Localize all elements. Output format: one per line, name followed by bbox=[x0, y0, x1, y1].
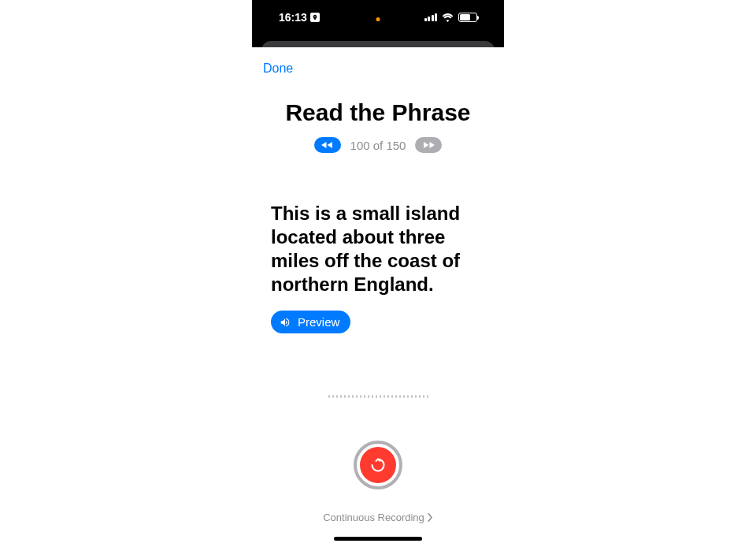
previous-phrase-button[interactable] bbox=[314, 137, 341, 153]
cellular-icon bbox=[424, 13, 438, 21]
location-icon bbox=[310, 13, 320, 22]
status-left: 16:13 bbox=[279, 11, 320, 24]
status-time: 16:13 bbox=[279, 11, 307, 24]
background-sheet-peek bbox=[252, 38, 504, 47]
rewind-icon bbox=[321, 141, 334, 149]
record-button-inner bbox=[360, 447, 396, 483]
modal-sheet: Done Read the Phrase 100 of 150 This is … bbox=[252, 47, 504, 547]
continuous-recording-label: Continuous Recording bbox=[323, 512, 424, 523]
chevron-right-icon bbox=[428, 513, 433, 522]
phrase-text: This is a small island located about thr… bbox=[252, 202, 504, 296]
phrase-navigation: 100 of 150 bbox=[252, 137, 504, 153]
continuous-recording-button[interactable]: Continuous Recording bbox=[252, 512, 504, 523]
preview-button[interactable]: Preview bbox=[271, 311, 350, 333]
done-button[interactable]: Done bbox=[252, 47, 304, 82]
status-right bbox=[424, 13, 478, 22]
home-indicator[interactable] bbox=[334, 537, 422, 541]
retry-icon bbox=[370, 457, 386, 473]
recording-indicator-dot bbox=[376, 17, 380, 21]
fast-forward-icon bbox=[422, 141, 435, 149]
waveform-placeholder bbox=[252, 395, 504, 398]
wifi-icon bbox=[442, 13, 454, 22]
speaker-icon bbox=[279, 317, 291, 328]
phrase-counter: 100 of 150 bbox=[350, 139, 406, 152]
phone-frame: 16:13 Done Read the Phrase bbox=[252, 0, 504, 547]
next-phrase-button[interactable] bbox=[415, 137, 442, 153]
page-title: Read the Phrase bbox=[252, 99, 504, 126]
record-button[interactable] bbox=[354, 441, 402, 489]
preview-label: Preview bbox=[298, 315, 339, 329]
battery-icon bbox=[458, 13, 477, 22]
status-bar: 16:13 bbox=[252, 0, 504, 38]
